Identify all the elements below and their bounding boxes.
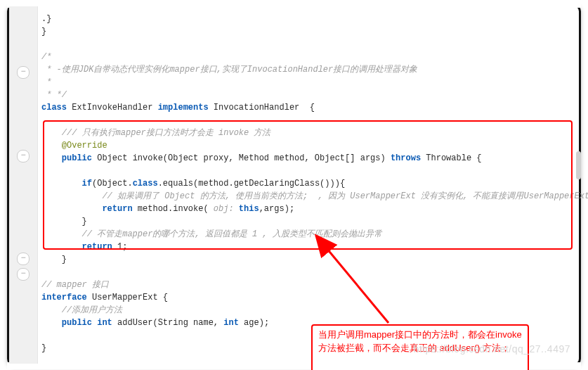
code-line: * -使用JDK自带动态代理实例化mapper接口,实现了InvocationH… bbox=[41, 65, 417, 75]
code-line: return method.invoke( obj: this,args); bbox=[41, 204, 294, 214]
code-line: @Override bbox=[41, 141, 107, 151]
fold-icon[interactable]: − bbox=[17, 268, 30, 281]
code-line: interface UserMapperExt { bbox=[41, 293, 168, 302]
fold-icon[interactable]: − bbox=[17, 253, 30, 265]
code-block: .} } /* * -使用JDK自带动态代理实例化mapper接口,实现了Inv… bbox=[41, 0, 572, 355]
code-line: .} bbox=[41, 14, 51, 24]
code-line: * bbox=[41, 77, 51, 87]
code-line: } bbox=[41, 27, 46, 37]
fold-icon[interactable]: − bbox=[17, 150, 30, 162]
code-line: if(Object.class.equals(method.getDeclari… bbox=[41, 179, 345, 189]
code-line: // mapper 接口 bbox=[41, 280, 109, 290]
code-line: // 如果调用了 Object 的方法, 使用当前类的方法; , 因为 User… bbox=[41, 191, 588, 201]
code-line: } bbox=[41, 255, 67, 264]
code-line: /// 只有执行mapper接口方法时才会走 invoke 方法 bbox=[41, 128, 270, 138]
code-line: /* bbox=[41, 52, 51, 62]
code-line: // 不管走mapper的哪个方法, 返回值都是 1 , 入股类型不匹配则会抛出… bbox=[41, 229, 382, 239]
page: − − − − .} } /* * -使用JDK自带动态代理实例化mapper接… bbox=[0, 0, 588, 370]
code-line: return 1; bbox=[41, 242, 127, 252]
code-card: − − − − .} } /* * -使用JDK自带动态代理实例化mapper接… bbox=[7, 4, 581, 366]
scrollbar-thumb[interactable] bbox=[576, 151, 581, 179]
gutter: − − − − bbox=[9, 6, 38, 364]
code-line: * */ bbox=[41, 90, 67, 100]
watermark: https://blog.csdn.net/qq_27..4497 bbox=[413, 342, 570, 357]
code-line: public int addUser(String name, int age)… bbox=[41, 318, 269, 328]
code-line: //添加用户方法 bbox=[41, 305, 122, 315]
code-line: class ExtInvokeHandler implements Invoca… bbox=[41, 103, 315, 113]
code-line: } bbox=[41, 217, 87, 227]
code-line: public Object invoke(Object proxy, Metho… bbox=[41, 153, 482, 163]
code-line: } bbox=[41, 343, 46, 353]
fold-icon[interactable]: − bbox=[17, 66, 30, 79]
